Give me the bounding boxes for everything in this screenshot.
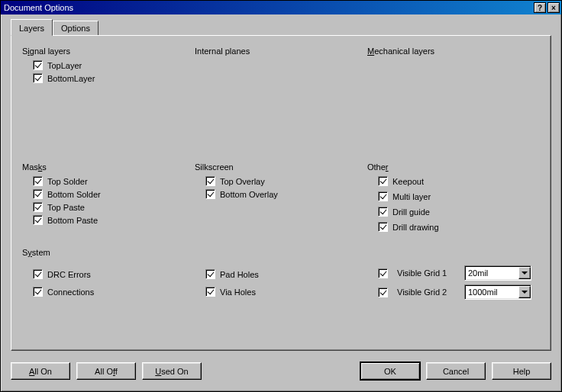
combo-visible-grid-1[interactable]: 20mil <box>464 265 531 281</box>
checkbox-multi-layer[interactable]: Multi layer <box>378 191 540 201</box>
group-system: System DRC Errors Connections Pad Holes … <box>22 248 540 304</box>
checkbox-via-holes[interactable]: Via Holes <box>205 287 367 297</box>
group-label-signal: Signal layers <box>22 47 70 56</box>
group-label-system: System <box>22 248 50 257</box>
check-icon <box>33 215 43 225</box>
tab-options[interactable]: Options <box>53 21 99 35</box>
group-label-mechanical: Mechanical layers <box>367 47 434 56</box>
checkbox-visible-grid-2[interactable] <box>378 288 388 297</box>
check-icon <box>33 189 43 199</box>
check-icon <box>378 207 388 217</box>
checkbox-drill-guide[interactable]: Drill guide <box>378 207 540 217</box>
label-visible-grid-1: Visible Grid 1 <box>397 268 457 278</box>
checkbox-top-paste[interactable]: Top Paste <box>33 202 195 212</box>
check-icon <box>205 176 215 186</box>
checkbox-bottom-overlay[interactable]: Bottom Overlay <box>205 189 367 199</box>
chevron-down-icon[interactable] <box>518 286 531 298</box>
check-icon <box>205 287 215 297</box>
help-titlebar-button[interactable]: ? <box>534 2 546 13</box>
titlebar-text: Document Options <box>4 3 532 12</box>
check-icon <box>33 176 43 186</box>
label-visible-grid-2: Visible Grid 2 <box>397 288 457 297</box>
cancel-button[interactable]: Cancel <box>426 362 486 380</box>
group-label-internal: Internal planes <box>195 47 250 56</box>
used-on-button[interactable]: Used On <box>142 362 202 380</box>
titlebar: Document Options ? × <box>1 1 561 14</box>
tab-pane-layers: Signal layers TopLayer BottomLayer Inter… <box>11 35 551 351</box>
combo-visible-grid-2[interactable]: 1000mil <box>464 284 531 300</box>
group-internal-planes: Internal planes <box>195 47 367 86</box>
ok-button[interactable]: OK <box>360 362 420 380</box>
group-signal-layers: Signal layers TopLayer BottomLayer <box>22 47 195 86</box>
checkbox-top-solder[interactable]: Top Solder <box>33 176 195 186</box>
check-icon <box>378 176 388 186</box>
close-titlebar-button[interactable]: × <box>547 2 560 13</box>
check-icon <box>33 60 43 70</box>
check-icon <box>378 222 388 232</box>
checkbox-pad-holes[interactable]: Pad Holes <box>205 269 367 279</box>
dialog-window: Document Options ? × Layers Options Sign… <box>0 0 562 392</box>
tabstrip: Layers Options <box>11 21 99 35</box>
group-masks: Masks Top Solder Bottom Solder Top Paste… <box>22 162 195 237</box>
group-other: Other Keepout Multi layer Drill guide Dr… <box>367 162 540 237</box>
checkbox-toplayer[interactable]: TopLayer <box>33 60 195 70</box>
check-icon <box>33 287 43 297</box>
group-mechanical-layers: Mechanical layers <box>367 47 540 86</box>
check-icon <box>33 73 43 83</box>
checkbox-drc-errors[interactable]: DRC Errors <box>33 269 195 279</box>
checkbox-top-overlay[interactable]: Top Overlay <box>205 176 367 186</box>
group-label-masks: Masks <box>22 162 47 172</box>
all-off-button[interactable]: All Off <box>76 362 136 380</box>
checkbox-keepout[interactable]: Keepout <box>378 176 540 186</box>
check-icon <box>33 269 43 279</box>
checkbox-visible-grid-1[interactable] <box>378 268 388 278</box>
group-silkscreen: Silkscreen Top Overlay Bottom Overlay <box>195 162 367 237</box>
checkbox-bottom-paste[interactable]: Bottom Paste <box>33 215 195 225</box>
group-label-silkscreen: Silkscreen <box>195 162 234 172</box>
check-icon <box>378 191 388 201</box>
checkbox-drill-drawing[interactable]: Drill drawing <box>378 222 540 232</box>
button-bar: All On All Off Used On OK Cancel Help <box>11 362 551 380</box>
client-area: Layers Options Signal layers TopLayer Bo… <box>3 14 559 389</box>
tab-layers[interactable]: Layers <box>11 19 53 36</box>
checkbox-connections[interactable]: Connections <box>33 287 195 297</box>
check-icon <box>205 189 215 199</box>
group-label-other: Other <box>367 162 389 172</box>
all-on-button[interactable]: All On <box>11 362 70 380</box>
checkbox-bottom-solder[interactable]: Bottom Solder <box>33 189 195 199</box>
check-icon <box>205 269 215 279</box>
checkbox-bottomlayer[interactable]: BottomLayer <box>33 73 195 83</box>
chevron-down-icon[interactable] <box>518 267 531 279</box>
check-icon <box>33 202 43 212</box>
help-button[interactable]: Help <box>492 362 551 380</box>
